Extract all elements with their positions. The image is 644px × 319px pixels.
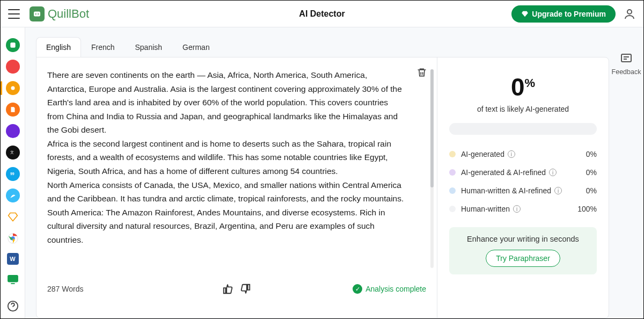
account-icon[interactable] (623, 8, 636, 20)
svg-point-1 (35, 13, 36, 14)
paragraph-1: There are seven continents on the earth … (47, 68, 406, 137)
svg-rect-12 (621, 54, 631, 62)
tab-german[interactable]: German (172, 37, 220, 57)
ai-percentage: 0% (449, 73, 597, 102)
upgrade-label: Upgrade to Premium (532, 10, 606, 18)
rail-chrome[interactable] (6, 231, 20, 245)
thumbs-down-button[interactable] (239, 283, 251, 295)
brand-logo[interactable]: QuillBot (30, 6, 89, 21)
rail-tool-8[interactable] (6, 189, 20, 202)
results-panel: 0% of text is likely AI-generated AI-gen… (437, 57, 609, 318)
legend-human-refined: Human-written & AI-refined i 0% (449, 186, 597, 195)
feedback-icon[interactable] (620, 52, 633, 65)
svg-rect-10 (8, 276, 18, 282)
trash-icon (416, 67, 427, 78)
ai-percentage-caption: of text is likely AI-generated (449, 105, 597, 113)
upgrade-button[interactable]: Upgrade to Premium (511, 5, 616, 23)
rail-tool-1[interactable] (6, 38, 20, 52)
rail-tool-4[interactable] (6, 103, 20, 117)
svg-point-2 (38, 13, 39, 14)
paragraph-2: Africa is the second largest continent a… (47, 137, 406, 178)
tab-french[interactable]: French (81, 37, 125, 57)
tab-english[interactable]: English (36, 37, 81, 57)
analysis-status: ✓ Analysis complete (353, 284, 426, 294)
text-scrollbar[interactable] (430, 69, 434, 268)
paragraph-4: South America: The Amazon Rainforest, An… (47, 206, 406, 247)
percentage-bar (449, 123, 597, 135)
svg-point-5 (11, 86, 14, 90)
word-count: 287 Words (47, 285, 83, 293)
promo-text: Enhance your writing in seconds (456, 235, 590, 243)
legend-human: Human-written i 100% (449, 205, 597, 213)
rail-macos[interactable] (6, 272, 20, 286)
info-icon[interactable]: i (549, 169, 557, 176)
info-icon[interactable]: i (513, 205, 521, 213)
language-tabs: English French Spanish German (36, 37, 609, 57)
diamond-icon (521, 10, 529, 18)
rail-tool-5[interactable] (6, 124, 20, 138)
menu-button[interactable] (8, 9, 20, 19)
paragraph-3: North America consists of Canada, the US… (47, 178, 406, 206)
page-title: AI Detector (299, 9, 345, 19)
text-editor[interactable]: There are seven continents on the earth … (47, 68, 426, 278)
delete-text-button[interactable] (416, 67, 427, 80)
thumbs-up-button[interactable] (222, 283, 234, 295)
feedback-label[interactable]: Feedback (612, 68, 641, 76)
promo-panel: Enhance your writing in seconds Try Para… (449, 227, 597, 274)
check-icon: ✓ (353, 284, 362, 294)
brand-text: QuillBot (48, 7, 89, 21)
rail-help[interactable] (6, 299, 20, 313)
rail-tool-2[interactable] (6, 60, 20, 74)
svg-rect-0 (34, 11, 40, 16)
info-icon[interactable]: i (508, 150, 515, 158)
svg-text:99: 99 (10, 172, 14, 176)
left-rail: 文 99 W (1, 27, 25, 318)
rail-tool-premium[interactable] (6, 210, 20, 224)
try-paraphraser-button[interactable]: Try Paraphraser (486, 250, 560, 267)
legend-ai-generated: AI-generated i 0% (449, 150, 597, 158)
diamond-outline-icon (8, 212, 18, 222)
rail-tool-ai-detector[interactable] (6, 81, 20, 95)
rail-tool-6[interactable]: 文 (6, 146, 20, 160)
svg-point-3 (627, 10, 632, 14)
tab-spanish[interactable]: Spanish (125, 37, 173, 57)
rail-tool-7[interactable]: 99 (6, 167, 20, 181)
info-icon[interactable]: i (554, 187, 562, 194)
rail-word[interactable]: W (7, 253, 19, 265)
svg-rect-4 (10, 42, 15, 47)
legend-ai-refined: AI-generated & AI-refined i 0% (449, 168, 597, 177)
right-rail: Feedback (609, 37, 643, 318)
svg-text:文: 文 (10, 150, 14, 154)
quill-icon (30, 6, 45, 21)
